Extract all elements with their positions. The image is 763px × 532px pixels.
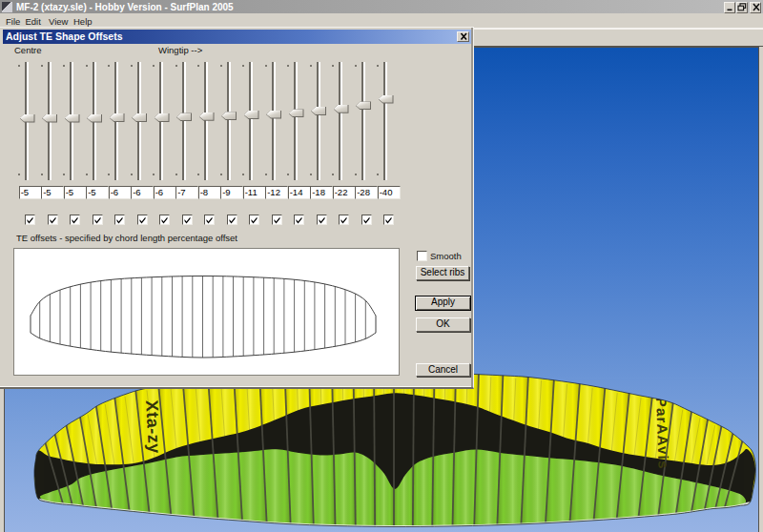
svg-text:ParAAvis: ParAAvis (653, 398, 672, 470)
svg-text:Xta-zy: Xta-zy (142, 399, 164, 454)
